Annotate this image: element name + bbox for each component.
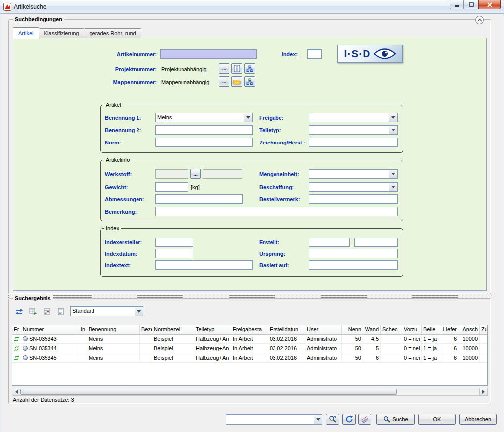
erstellt-input-2[interactable] (354, 238, 398, 247)
column-header-1[interactable]: Nummer (21, 325, 79, 334)
bestellvermerk-input[interactable] (309, 194, 398, 204)
cell-3[interactable]: Meins (87, 353, 140, 362)
cell-10[interactable]: 50 (342, 335, 363, 343)
column-header-13[interactable]: Vorzu (402, 325, 422, 334)
column-header-16[interactable]: Ansch (458, 325, 480, 334)
cell-nummer[interactable]: SN-035345 (21, 353, 79, 362)
column-header-9[interactable]: User (305, 325, 342, 334)
suche-button[interactable]: Suche (376, 414, 415, 425)
cell-9[interactable]: Administrato (305, 353, 342, 362)
dropdown-arrow-icon[interactable] (389, 170, 397, 178)
cell-9[interactable]: Administrato (305, 335, 342, 343)
edit-columns-button[interactable] (41, 306, 53, 317)
ok-button[interactable]: OK (418, 414, 456, 425)
column-header-12[interactable]: Schec (381, 325, 402, 334)
column-header-3[interactable]: Benennung (87, 325, 140, 334)
cell-11[interactable]: 6 (363, 353, 381, 362)
cell-8[interactable]: 03.02.2016 (268, 353, 305, 362)
cell-14[interactable]: 1 = ja (422, 335, 440, 343)
scroll-left-button[interactable] (12, 388, 20, 395)
cell-15[interactable]: 6 (440, 344, 458, 353)
column-header-6[interactable]: Teiletyp (194, 325, 231, 334)
mappe-folder-button[interactable] (231, 76, 242, 87)
benennung2-input[interactable] (155, 125, 253, 135)
report-button[interactable] (54, 306, 67, 317)
cell-3[interactable]: Meins (87, 335, 140, 343)
cell-16[interactable]: 10000 (458, 353, 480, 362)
beschaffung-combo[interactable] (309, 182, 398, 192)
basiert-auf-input[interactable] (309, 260, 398, 270)
column-header-2[interactable]: In (79, 325, 87, 334)
mappe-structure-button[interactable] (244, 76, 255, 87)
cell-5[interactable]: Beispiel (152, 344, 194, 353)
gewicht-input[interactable] (155, 182, 188, 192)
cell-9[interactable]: Administrato (305, 344, 342, 353)
abmessungen-input[interactable] (155, 194, 243, 204)
result-view-select[interactable]: Standard (70, 306, 143, 316)
clear-button[interactable] (358, 414, 371, 425)
refresh-results-button[interactable] (13, 306, 26, 317)
cell-16[interactable]: 10000 (458, 335, 480, 343)
scroll-right-button[interactable] (479, 388, 487, 395)
cell-2[interactable] (79, 353, 87, 362)
cell-status[interactable] (12, 344, 21, 353)
freigabe-combo[interactable] (309, 113, 398, 122)
cell-nummer[interactable]: SN-035343 (21, 335, 79, 343)
quick-search-select[interactable] (226, 414, 322, 425)
cell-8[interactable]: 03.02.2016 (268, 344, 305, 353)
mengeneinheit-combo[interactable] (309, 169, 398, 179)
ursprung-input[interactable] (309, 249, 398, 258)
column-header-11[interactable]: Wand (363, 325, 381, 334)
cell-17[interactable] (480, 353, 488, 362)
artikelnummer-input[interactable] (160, 49, 257, 59)
cell-8[interactable]: 03.02.2016 (268, 335, 305, 343)
cell-3[interactable]: Meins (87, 344, 140, 353)
column-header-10[interactable]: Nenn (342, 325, 363, 334)
column-header-5[interactable]: Normbezei (152, 325, 194, 334)
abbrechen-button[interactable]: Abbrechen (459, 414, 497, 425)
indexersteller-input[interactable] (155, 238, 193, 247)
cell-7[interactable]: In Arbeit (231, 335, 268, 343)
column-header-7[interactable]: Freigabesta (231, 325, 268, 334)
cell-6[interactable]: Halbzeug+An (194, 353, 231, 362)
cell-14[interactable]: 1 = ja (422, 344, 440, 353)
cell-12[interactable] (381, 353, 402, 362)
cell-17[interactable] (480, 344, 488, 353)
search-options-button[interactable] (326, 414, 339, 425)
dropdown-arrow-icon[interactable] (314, 415, 322, 424)
export-results-button[interactable] (27, 306, 40, 317)
cell-7[interactable]: In Arbeit (231, 344, 268, 353)
cell-12[interactable] (381, 335, 402, 343)
cell-15[interactable]: 6 (440, 335, 458, 343)
table-row[interactable]: SN-035343MeinsBeispielHalbzeug+AnIn Arbe… (12, 335, 487, 344)
erstellt-input-1[interactable] (309, 238, 350, 247)
indexdatum-input[interactable] (155, 249, 193, 258)
scrollbar-track[interactable] (20, 388, 479, 395)
projekt-detail-button[interactable] (231, 63, 242, 74)
tab-gerades-rohr-rund[interactable]: gerades Rohr, rund (84, 28, 141, 38)
cell-5[interactable]: Beispiel (152, 335, 194, 343)
cell-4[interactable] (140, 353, 152, 362)
cell-17[interactable] (480, 335, 488, 343)
werkstoff-browse-button[interactable]: ... (190, 169, 201, 179)
dropdown-arrow-icon[interactable] (389, 113, 397, 122)
zeichnung-herst-input[interactable] (309, 138, 398, 147)
column-header-0[interactable]: Fr (12, 325, 21, 334)
cell-10[interactable]: 50 (342, 353, 363, 362)
table-row[interactable]: SN-035345MeinsBeispielHalbzeug+AnIn Arbe… (12, 353, 487, 363)
scrollbar-thumb[interactable] (20, 389, 397, 395)
teiletyp-combo[interactable] (309, 125, 398, 135)
cell-13[interactable]: 0 = nei (402, 353, 422, 362)
benennung1-combo[interactable]: Meins (155, 113, 253, 122)
cell-13[interactable]: 0 = nei (402, 335, 422, 343)
cell-5[interactable]: Beispiel (152, 353, 194, 362)
cell-14[interactable]: 1 = ja (422, 353, 440, 362)
column-header-17[interactable]: Zu (480, 325, 488, 334)
cell-4[interactable] (140, 335, 152, 343)
cell-2[interactable] (79, 344, 87, 353)
table-row[interactable]: SN-035344MeinsBeispielHalbzeug+AnIn Arbe… (12, 344, 487, 353)
titlebar[interactable]: Artikelsuche (0, 0, 504, 14)
column-header-4[interactable]: Bezei (140, 325, 152, 334)
tab-artikel[interactable]: Artikel (13, 27, 39, 39)
norm-input[interactable] (155, 138, 253, 147)
